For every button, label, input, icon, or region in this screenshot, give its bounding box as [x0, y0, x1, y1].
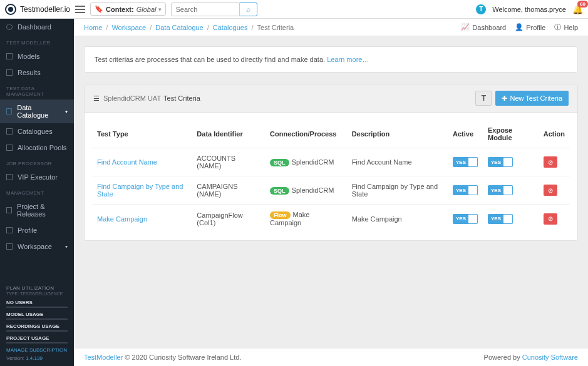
sidebar-heading: MANAGEMENT	[0, 185, 74, 198]
sidebar-item-allocation-pools[interactable]: Allocation Pools	[0, 140, 74, 156]
breadcrumb-bar: Home/Workspace/Data Catalogue/Catalogues…	[74, 19, 588, 36]
crumb-actions: 📈Dashboard👤ProfileⓘHelp	[461, 23, 578, 32]
column-header: Action	[539, 120, 570, 148]
expose-toggle[interactable]: YES	[488, 157, 513, 167]
main: Home/Workspace/Data Catalogue/Catalogues…	[74, 19, 588, 366]
hamburger-icon[interactable]	[75, 6, 85, 13]
avatar[interactable]: T	[476, 4, 486, 14]
test-type-link[interactable]: Make Campaign	[92, 205, 192, 233]
column-header: Expose Module	[483, 120, 539, 148]
breadcrumb-separator: /	[106, 24, 108, 31]
test-type-link[interactable]: Find Account Name	[92, 148, 192, 176]
powered-label: Powered by	[484, 353, 520, 361]
sidebar-item-profile[interactable]: Profile	[0, 222, 74, 238]
footer: TestModeller © 2020 Curiosity Software I…	[74, 348, 588, 366]
table-row: Find Account NameACCOUNTS (NAME)SQLSplen…	[92, 148, 570, 176]
crumb-action-help[interactable]: ⓘHelp	[554, 23, 578, 32]
sidebar-item-dashboard[interactable]: Dashboard	[0, 19, 74, 35]
delete-button[interactable]: ⊘	[544, 156, 557, 168]
notifications-button[interactable]: 🔔 60	[572, 4, 583, 14]
criteria-table: Test TypeData IdentifierConnection/Proce…	[92, 120, 570, 233]
powered-link[interactable]: Curiosity Software	[522, 353, 578, 361]
filter-button[interactable]: T	[475, 91, 492, 106]
plan-bar	[6, 330, 68, 332]
toggle-label: YES	[488, 216, 503, 221]
search-input[interactable]	[171, 3, 240, 16]
plan-metric: NO USERS	[6, 300, 68, 305]
sidebar-item-project-releases[interactable]: Project & Releases	[0, 198, 74, 222]
nav-icon	[6, 174, 13, 180]
table-row: Make CampaignCampaignFlow (Col1)FlowMake…	[92, 205, 570, 233]
breadcrumb-separator: /	[150, 24, 152, 31]
toggle-knob	[503, 158, 512, 166]
footer-copyright: © 2020 Curiosity Software Ireland Ltd.	[125, 353, 241, 361]
breadcrumb-item[interactable]: Home	[84, 24, 102, 31]
cell-identifier: CampaignFlow (Col1)	[192, 205, 265, 233]
user-icon: 👤	[515, 23, 524, 31]
chevron-down-icon: ▾	[158, 6, 162, 13]
nav-icon	[6, 128, 13, 135]
toggle-label: YES	[488, 160, 503, 165]
new-criteria-button[interactable]: ✚ New Test Criteria	[495, 91, 569, 106]
version: Version: 1.4.139	[6, 355, 68, 361]
filter-icon: T	[482, 94, 486, 103]
column-header: Connection/Process	[265, 120, 347, 148]
version-label: Version:	[6, 355, 24, 361]
toggle-label: YES	[453, 188, 468, 193]
sidebar-item-label: Workspace	[18, 243, 52, 250]
nav-icon	[6, 53, 13, 59]
new-button-label: New Test Criteria	[510, 94, 562, 102]
expose-toggle[interactable]: YES	[488, 185, 513, 195]
toggle-knob	[468, 186, 477, 195]
search-wrap: ⌕	[171, 3, 257, 16]
chart-icon: 📈	[461, 23, 470, 31]
column-header: Active	[448, 120, 483, 148]
crumb-action-profile[interactable]: 👤Profile	[515, 23, 545, 32]
sidebar-item-workspace[interactable]: Workspace▾	[0, 238, 74, 255]
sidebar-item-label: Allocation Pools	[18, 144, 66, 151]
crumb-action-dashboard[interactable]: 📈Dashboard	[461, 23, 506, 32]
active-toggle[interactable]: YES	[453, 214, 478, 224]
sidebar-item-data-catalogue[interactable]: Data Catalogue▾	[0, 99, 74, 123]
footer-brand[interactable]: TestModeller	[84, 353, 123, 361]
sidebar-item-label: Results	[18, 69, 41, 76]
manage-subscription-link[interactable]: MANAGE SUBSCRIPTION	[6, 347, 68, 353]
delete-button[interactable]: ⊘	[544, 185, 557, 196]
active-toggle[interactable]: YES	[453, 157, 478, 167]
active-toggle[interactable]: YES	[453, 185, 478, 195]
plan-bar	[6, 307, 68, 308]
nav-icon	[6, 69, 13, 76]
plan-metric: MODEL USAGE	[6, 312, 68, 317]
search-button[interactable]: ⌕	[240, 3, 257, 16]
notification-badge: 60	[577, 1, 588, 8]
version-value: 1.4.139	[26, 355, 43, 361]
sidebar-item-catalogues[interactable]: Catalogues	[0, 123, 74, 140]
trash-icon: ⊘	[548, 187, 553, 194]
sidebar-item-label: Project & Releases	[17, 203, 68, 218]
breadcrumb-item[interactable]: Catalogues	[213, 24, 248, 31]
sidebar-heading: TEST MODELLER	[0, 35, 74, 48]
test-type-link[interactable]: Find Campaign by Type and State	[92, 176, 192, 205]
sidebar-item-results[interactable]: Results	[0, 64, 74, 81]
delete-button[interactable]: ⊘	[544, 213, 557, 225]
chevron-down-icon: ▾	[65, 244, 68, 250]
expose-toggle[interactable]: YES	[488, 214, 513, 224]
panel-title: Test Criteria	[163, 94, 200, 102]
sidebar-heading: TEST DATA MANAGEMENT	[0, 81, 74, 99]
context-selector[interactable]: 🔖 Context: Global ▾	[90, 3, 166, 16]
sidebar-item-models[interactable]: Models	[0, 48, 74, 64]
brand-text: Testmodeller.io	[20, 5, 70, 14]
cell-connection: FlowMake Campaign	[265, 205, 347, 233]
plan-bar	[6, 342, 68, 343]
nav-icon	[6, 207, 12, 213]
plan-metric: RECORDINGS USAGE	[6, 323, 68, 329]
breadcrumb-item[interactable]: Workspace	[111, 24, 146, 31]
cell-identifier: CAMPAIGNS (NAME)	[192, 176, 265, 205]
column-header: Data Identifier	[192, 120, 265, 148]
sidebar-item-vip-executor[interactable]: VIP Executor	[0, 169, 74, 185]
learn-more-link[interactable]: Learn more…	[327, 56, 369, 63]
breadcrumb-item[interactable]: Data Catalogue	[155, 24, 203, 31]
toggle-knob	[503, 215, 512, 223]
content: Test criterias are processes that can be…	[74, 36, 588, 348]
plan-section: PLAN UTILIZATION TYPE: TESTINTELLIGENCE …	[0, 280, 74, 366]
